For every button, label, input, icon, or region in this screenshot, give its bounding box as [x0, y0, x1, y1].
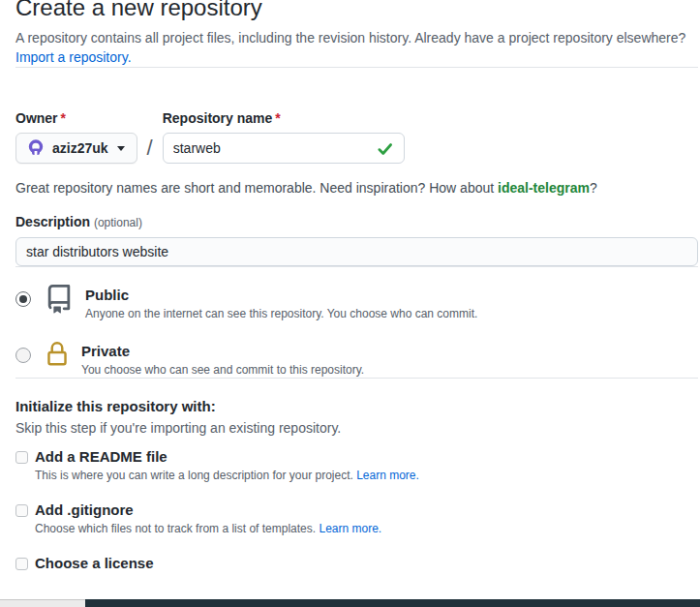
initialize-subheading: Skip this step if you're importing an ex… [15, 418, 698, 438]
public-option-label: Public [85, 287, 477, 304]
divider [15, 67, 698, 68]
license-option-label: Choose a license [35, 555, 154, 572]
gitignore-learn-more-link[interactable]: Learn more. [319, 522, 381, 535]
gitignore-option-top: Add .gitignore [15, 501, 698, 519]
required-asterisk: * [61, 110, 66, 126]
horizontal-scrollbar-segment[interactable] [0, 599, 85, 607]
owner-repo-separator: / [147, 134, 153, 164]
repo-book-icon [45, 284, 74, 319]
license-option-row: Choose a license [15, 555, 698, 572]
chevron-down-icon [117, 146, 125, 151]
repo-name-field: Repository name* [163, 109, 405, 164]
page-content: Create a new repository A repository con… [0, 0, 700, 572]
initialize-heading: Initialize this repository with: [15, 398, 698, 415]
readme-option-row: Add a README file This is where you can … [15, 448, 698, 483]
divider [15, 378, 698, 379]
owner-label: Owner* [15, 109, 137, 127]
private-option-text: Private You choose who can see and commi… [81, 340, 364, 378]
create-repository-page: Create a new repository A repository con… [0, 0, 700, 607]
license-checkbox[interactable] [15, 558, 28, 570]
bottom-edge-bar [0, 599, 700, 607]
public-option-text: Public Anyone on the internet can see th… [85, 284, 477, 321]
divider [15, 266, 698, 267]
lock-icon [45, 340, 70, 373]
page-title: Create a new repository [15, 0, 698, 22]
public-option-note: Anyone on the internet can see this repo… [85, 306, 477, 321]
description-input[interactable] [15, 237, 698, 266]
taskbar-edge[interactable] [85, 599, 700, 607]
readme-option-top: Add a README file [15, 448, 698, 466]
optional-hint: (optional) [94, 216, 142, 229]
public-radio[interactable] [15, 291, 31, 307]
gitignore-option-label: Add .gitignore [35, 501, 134, 519]
repo-name-input[interactable] [164, 134, 404, 163]
private-option-note: You choose who can see and commit to thi… [81, 362, 364, 378]
intro-sentence: A repository contains all project files,… [15, 30, 685, 46]
visibility-option-public: Public Anyone on the internet can see th… [15, 284, 698, 321]
license-option-top: Choose a license [15, 555, 698, 572]
private-radio[interactable] [15, 348, 31, 363]
intro-text: A repository contains all project files,… [15, 28, 698, 67]
avatar [26, 138, 46, 158]
name-available-check-icon [377, 140, 394, 162]
readme-checkbox[interactable] [15, 451, 28, 464]
gitignore-option-row: Add .gitignore Choose which files not to… [15, 501, 698, 536]
suggested-name-link[interactable]: ideal-telegram [498, 180, 590, 196]
private-option-label: Private [81, 343, 364, 360]
owner-repo-row: Owner* aziz27uk / [15, 109, 698, 164]
readme-option-label: Add a README file [35, 448, 167, 466]
readme-option-note: This is where you can write a long descr… [35, 468, 698, 483]
repo-name-input-wrap [163, 133, 405, 164]
owner-field: Owner* aziz27uk [15, 109, 137, 164]
repo-name-label: Repository name* [163, 109, 405, 127]
readme-learn-more-link[interactable]: Learn more. [356, 469, 419, 482]
owner-name: aziz27uk [52, 140, 108, 156]
import-repository-link[interactable]: Import a repository. [15, 47, 132, 67]
gitignore-checkbox[interactable] [15, 504, 28, 517]
gitignore-option-note: Choose which files not to track from a l… [35, 521, 698, 536]
visibility-option-private: Private You choose who can see and commi… [15, 340, 698, 378]
name-suggestion-text: Great repository names are short and mem… [15, 178, 698, 197]
description-label: Description (optional) [15, 213, 698, 231]
owner-dropdown-button[interactable]: aziz27uk [15, 133, 137, 164]
required-asterisk: * [275, 110, 280, 126]
